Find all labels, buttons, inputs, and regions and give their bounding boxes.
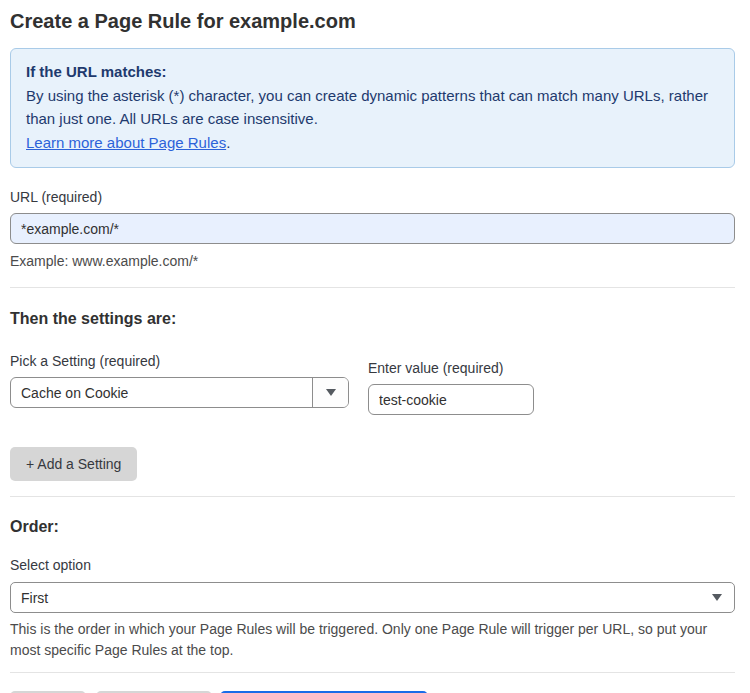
learn-more-link[interactable]: Learn more about Page Rules — [26, 134, 226, 151]
setting-value-column: Enter value (required) — [368, 360, 534, 415]
order-select-label: Select option — [10, 557, 735, 573]
section-divider — [10, 496, 735, 497]
page-title: Create a Page Rule for example.com — [10, 10, 735, 33]
order-select[interactable]: First — [10, 582, 735, 613]
section-divider — [10, 287, 735, 288]
setting-select[interactable]: Cache on Cookie — [10, 377, 349, 408]
order-helper-text: This is the order in which your Page Rul… — [10, 619, 710, 661]
setting-row: Pick a Setting (required) Cache on Cooki… — [10, 353, 735, 415]
add-setting-button[interactable]: + Add a Setting — [10, 447, 137, 481]
order-section-heading: Order: — [10, 518, 735, 536]
chevron-down-icon — [712, 594, 722, 601]
setting-select-arrow-button[interactable] — [312, 378, 348, 407]
footer-divider — [10, 672, 735, 673]
setting-select-value: Cache on Cookie — [11, 378, 312, 407]
settings-section-heading: Then the settings are: — [10, 310, 735, 328]
link-suffix: . — [226, 134, 230, 151]
setting-select-label: Pick a Setting (required) — [10, 353, 349, 369]
order-select-value: First — [21, 590, 48, 606]
info-box-body: By using the asterisk (*) character, you… — [26, 84, 719, 131]
info-box-heading: If the URL matches: — [26, 60, 719, 84]
chevron-down-icon — [326, 389, 336, 396]
url-helper-text: Example: www.example.com/* — [10, 251, 735, 272]
setting-value-label: Enter value (required) — [368, 360, 534, 376]
setting-value-input[interactable] — [368, 384, 534, 415]
info-box-link-line: Learn more about Page Rules. — [26, 131, 719, 155]
page-rule-form: Create a Page Rule for example.com If th… — [0, 0, 750, 693]
url-match-info-box: If the URL matches: By using the asteris… — [10, 48, 735, 168]
url-field-label: URL (required) — [10, 189, 735, 205]
url-input[interactable] — [10, 213, 735, 244]
setting-select-column: Pick a Setting (required) Cache on Cooki… — [10, 353, 349, 408]
